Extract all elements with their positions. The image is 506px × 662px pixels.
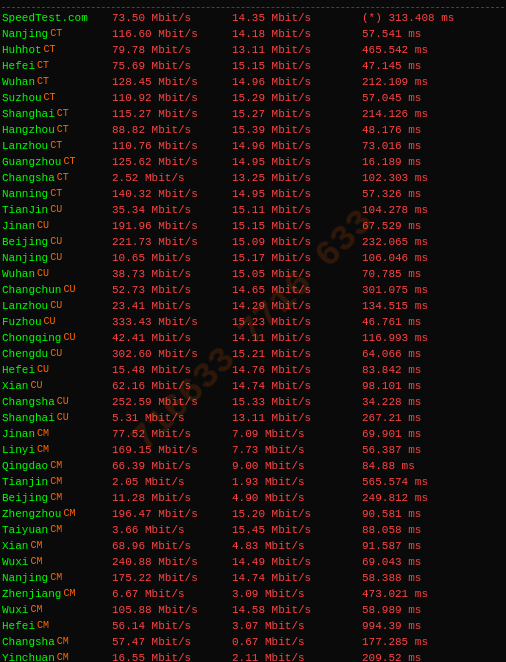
table-row: Taiyuan CM 3.66 Mbit/s 15.45 Mbit/s 88.0…	[2, 522, 504, 538]
node-type: CM	[30, 602, 42, 618]
download-speed: 14.76 Mbit/s	[232, 362, 362, 378]
node-name: Yinchuan	[2, 650, 55, 662]
download-speed: 2.11 Mbit/s	[232, 650, 362, 662]
node-type: CU	[37, 266, 49, 282]
table-row: Xian CM 68.96 Mbit/s 4.83 Mbit/s 91.587 …	[2, 538, 504, 554]
table-row: Wuxi CM 105.88 Mbit/s 14.58 Mbit/s 58.98…	[2, 602, 504, 618]
latency: 301.075 ms	[362, 282, 492, 298]
node-type: CM	[30, 538, 42, 554]
latency: 88.058 ms	[362, 522, 492, 538]
node-name: Wuhan	[2, 266, 35, 282]
download-speed: 1.93 Mbit/s	[232, 474, 362, 490]
download-speed: 15.33 Mbit/s	[232, 394, 362, 410]
latency: 58.388 ms	[362, 570, 492, 586]
node-type: CM	[37, 442, 49, 458]
node-name: Chengdu	[2, 346, 48, 362]
latency: 102.303 ms	[362, 170, 492, 186]
latency: 67.529 ms	[362, 218, 492, 234]
node-name: Xian	[2, 538, 28, 554]
download-speed: 0.67 Mbit/s	[232, 634, 362, 650]
latency: 994.39 ms	[362, 618, 492, 634]
table-row: Qingdao CM 66.39 Mbit/s 9.00 Mbit/s 84.8…	[2, 458, 504, 474]
node-name: Wuxi	[2, 602, 28, 618]
upload-speed: 15.48 Mbit/s	[112, 362, 232, 378]
table-row: Yinchuan CM 16.55 Mbit/s 2.11 Mbit/s 209…	[2, 650, 504, 662]
table-row: Beijing CM 11.28 Mbit/s 4.90 Mbit/s 249.…	[2, 490, 504, 506]
node-name: Beijing	[2, 234, 48, 250]
table-row: Xian CU 62.16 Mbit/s 14.74 Mbit/s 98.101…	[2, 378, 504, 394]
node-type: CM	[50, 458, 62, 474]
node-name: Chongqing	[2, 330, 61, 346]
table-row: Hefei CM 56.14 Mbit/s 3.07 Mbit/s 994.39…	[2, 618, 504, 634]
upload-speed: 62.16 Mbit/s	[112, 378, 232, 394]
table-row: Hefei CU 15.48 Mbit/s 14.76 Mbit/s 83.84…	[2, 362, 504, 378]
table-row: Suzhou CT 110.92 Mbit/s 15.29 Mbit/s 57.…	[2, 90, 504, 106]
node-type: CM	[30, 554, 42, 570]
upload-speed: 42.41 Mbit/s	[112, 330, 232, 346]
node-type: CU	[50, 346, 62, 362]
upload-speed: 110.76 Mbit/s	[112, 138, 232, 154]
node-type: CU	[57, 410, 69, 426]
upload-speed: 140.32 Mbit/s	[112, 186, 232, 202]
node-name: Jinan	[2, 218, 35, 234]
download-speed: 4.90 Mbit/s	[232, 490, 362, 506]
node-name: Wuhan	[2, 74, 35, 90]
upload-speed: 128.45 Mbit/s	[112, 74, 232, 90]
latency: 58.989 ms	[362, 602, 492, 618]
node-name: Lanzhou	[2, 138, 48, 154]
download-speed: 7.73 Mbit/s	[232, 442, 362, 458]
node-name: Taiyuan	[2, 522, 48, 538]
upload-speed: 3.66 Mbit/s	[112, 522, 232, 538]
node-name: Zhenjiang	[2, 586, 61, 602]
latency: 34.228 ms	[362, 394, 492, 410]
download-speed: 3.07 Mbit/s	[232, 618, 362, 634]
table-row: Wuhan CU 38.73 Mbit/s 15.05 Mbit/s 70.78…	[2, 266, 504, 282]
node-type: CT	[50, 186, 62, 202]
node-type: CT	[57, 170, 69, 186]
table-row: Zhengzhou CM 196.47 Mbit/s 15.20 Mbit/s …	[2, 506, 504, 522]
download-speed: 14.29 Mbit/s	[232, 298, 362, 314]
node-name: Beijing	[2, 490, 48, 506]
download-speed: 15.11 Mbit/s	[232, 202, 362, 218]
upload-speed: 73.50 Mbit/s	[112, 10, 232, 26]
node-type: CU	[30, 378, 42, 394]
node-type: CT	[37, 58, 49, 74]
table-row: Fuzhou CU 333.43 Mbit/s 15.23 Mbit/s 46.…	[2, 314, 504, 330]
node-name: Zhengzhou	[2, 506, 61, 522]
node-name: Changsha	[2, 170, 55, 186]
latency: 46.761 ms	[362, 314, 492, 330]
table-row: Lanzhou CU 23.41 Mbit/s 14.29 Mbit/s 134…	[2, 298, 504, 314]
table-row: Wuhan CT 128.45 Mbit/s 14.96 Mbit/s 212.…	[2, 74, 504, 90]
latency: 91.587 ms	[362, 538, 492, 554]
table-row: Changsha CM 57.47 Mbit/s 0.67 Mbit/s 177…	[2, 634, 504, 650]
latency: 116.993 ms	[362, 330, 492, 346]
download-speed: 15.39 Mbit/s	[232, 122, 362, 138]
download-speed: 14.35 Mbit/s	[232, 10, 362, 26]
latency: 57.326 ms	[362, 186, 492, 202]
download-speed: 9.00 Mbit/s	[232, 458, 362, 474]
upload-speed: 56.14 Mbit/s	[112, 618, 232, 634]
upload-speed: 68.96 Mbit/s	[112, 538, 232, 554]
download-speed: 7.09 Mbit/s	[232, 426, 362, 442]
download-speed: 14.74 Mbit/s	[232, 378, 362, 394]
upload-speed: 35.34 Mbit/s	[112, 202, 232, 218]
latency: 69.043 ms	[362, 554, 492, 570]
latency: 98.101 ms	[362, 378, 492, 394]
table-row: Changchun CU 52.73 Mbit/s 14.65 Mbit/s 3…	[2, 282, 504, 298]
download-speed: 4.83 Mbit/s	[232, 538, 362, 554]
node-name: Jinan	[2, 426, 35, 442]
upload-speed: 38.73 Mbit/s	[112, 266, 232, 282]
node-name: Hefei	[2, 58, 35, 74]
table-row: Lanzhou CT 110.76 Mbit/s 14.96 Mbit/s 73…	[2, 138, 504, 154]
node-name: Nanning	[2, 186, 48, 202]
node-type: CM	[57, 650, 69, 662]
upload-speed: 79.78 Mbit/s	[112, 42, 232, 58]
latency: 473.021 ms	[362, 586, 492, 602]
download-speed: 15.05 Mbit/s	[232, 266, 362, 282]
latency: 232.065 ms	[362, 234, 492, 250]
download-speed: 15.21 Mbit/s	[232, 346, 362, 362]
table-row: Huhhot CT 79.78 Mbit/s 13.11 Mbit/s 465.…	[2, 42, 504, 58]
upload-speed: 5.31 Mbit/s	[112, 410, 232, 426]
upload-speed: 175.22 Mbit/s	[112, 570, 232, 586]
node-type: CU	[50, 298, 62, 314]
